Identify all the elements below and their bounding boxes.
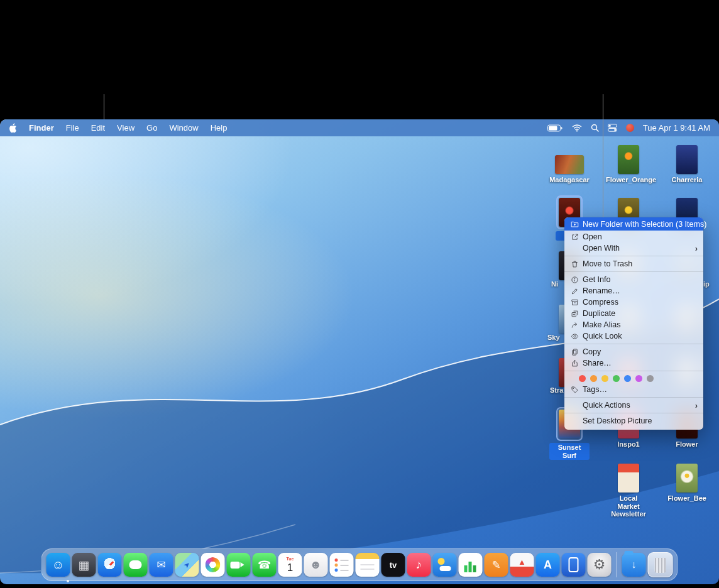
desktop-icon-label: Inspo1	[617, 440, 639, 449]
menu-item-label: Compress	[583, 298, 618, 307]
desktop-icon-label: Sunset Surf	[549, 443, 590, 460]
maps-dock-icon[interactable]	[175, 553, 199, 577]
mail-dock-icon[interactable]	[150, 553, 173, 577]
calendar-day: 1	[287, 562, 293, 573]
numbers-dock-icon[interactable]	[459, 553, 483, 577]
menu-item-make-alias[interactable]: Make Alias	[564, 319, 703, 330]
menu-help[interactable]: Help	[211, 123, 228, 133]
facetime-dock-icon[interactable]	[227, 553, 251, 577]
pages-dock-icon[interactable]	[485, 553, 508, 577]
desktop-icon-label: Flower	[676, 440, 698, 449]
menu-item-label: Open With	[583, 244, 620, 253]
tag-gray-dot[interactable]	[647, 375, 654, 382]
desktop-icon-madagascar[interactable]: Madagascar	[549, 155, 590, 184]
downloads-folder-dock-icon[interactable]	[622, 553, 646, 577]
tag-purple-dot[interactable]	[635, 375, 642, 382]
context-menu: New Folder with Selection (3 Items) Open…	[564, 217, 703, 430]
photos-dock-icon[interactable]	[201, 553, 225, 577]
desktop-icon-flower-bee[interactable]: Flower_Bee	[667, 464, 707, 503]
menu-item-duplicate[interactable]: Duplicate	[564, 308, 703, 319]
tag-green-dot[interactable]	[613, 375, 620, 382]
phone-dock-icon[interactable]	[253, 553, 277, 577]
menu-item-quick-actions[interactable]: Quick Actions	[564, 400, 703, 411]
menu-view[interactable]: View	[117, 123, 134, 133]
quick-look-icon	[570, 332, 579, 340]
menu-item-label: New Folder with Selection (3 Items)	[583, 220, 706, 229]
wifi-icon[interactable]	[572, 124, 582, 132]
menu-item-new-folder-with-selection[interactable]: New Folder with Selection (3 Items)	[564, 217, 703, 231]
notes-dock-icon[interactable]	[356, 553, 380, 577]
finder-dock-icon[interactable]	[47, 553, 70, 577]
menu-item-tags[interactable]: Tags…	[564, 384, 703, 395]
launchpad-dock-icon[interactable]	[72, 553, 96, 577]
menu-item-label: Open	[583, 232, 602, 241]
new-folder-icon	[570, 220, 579, 228]
menu-item-open-with[interactable]: Open With	[564, 242, 703, 254]
dock: Tue 1 tv A	[41, 548, 678, 581]
settings-dock-icon[interactable]	[588, 553, 612, 577]
menu-edit[interactable]: Edit	[91, 123, 105, 133]
desktop-icon-label: Madagascar	[549, 176, 590, 184]
menu-item-set-desktop-picture[interactable]: Set Desktop Picture	[564, 415, 703, 427]
flower-bee-thumbnail	[676, 464, 698, 493]
label-fragment: Stra	[550, 386, 563, 394]
spotlight-icon[interactable]	[591, 124, 599, 132]
menu-go[interactable]: Go	[146, 123, 157, 133]
iphone-mirroring-dock-icon[interactable]	[562, 553, 586, 577]
menu-item-quick-look[interactable]: Quick Look	[564, 330, 703, 342]
menu-item-share[interactable]: Share…	[564, 357, 703, 369]
compress-icon	[570, 298, 579, 307]
menu-file[interactable]: File	[66, 123, 79, 133]
menu-window[interactable]: Window	[169, 123, 198, 133]
tag-red-dot[interactable]	[579, 375, 586, 382]
tag-blue-dot[interactable]	[624, 375, 631, 382]
menu-item-label: Rename…	[583, 286, 620, 295]
desktop-icon-label: Charreria	[672, 176, 703, 184]
submenu-chevron-icon	[695, 244, 698, 253]
app-store-logo: A	[544, 558, 552, 572]
red-status-icon[interactable]	[626, 124, 634, 132]
desktop: Finder File Edit View Go Window Help	[0, 119, 719, 584]
tag-yellow-dot[interactable]	[601, 375, 608, 382]
menu-item-copy[interactable]: Copy	[564, 346, 703, 357]
dock-divider	[617, 552, 617, 577]
app-store-dock-icon[interactable]: A	[536, 553, 560, 577]
menu-item-rename[interactable]: Rename…	[564, 285, 703, 297]
rocket-app-dock-icon[interactable]	[510, 553, 534, 577]
safari-dock-icon[interactable]	[98, 553, 122, 577]
apple-tv-logo: tv	[390, 560, 397, 570]
control-center-icon[interactable]	[608, 124, 617, 132]
desktop-icon-local-market-newsletter[interactable]: Local Market Newsletter	[608, 464, 649, 518]
flower-orange-thumbnail	[618, 145, 639, 174]
menu-item-move-to-trash[interactable]: Move to Trash	[564, 258, 703, 270]
menu-item-open[interactable]: Open	[564, 231, 703, 242]
menu-separator	[564, 397, 703, 398]
label-fragment: Sky	[547, 334, 560, 341]
tag-color-row	[564, 373, 703, 384]
copy-icon	[570, 348, 579, 356]
menu-item-label: Share…	[583, 359, 612, 368]
desktop-icon-charreria[interactable]: Charreria	[667, 145, 707, 184]
apple-menu[interactable]	[9, 123, 17, 133]
reminders-dock-icon[interactable]	[330, 553, 354, 577]
battery-icon[interactable]	[547, 124, 563, 132]
menu-item-label: Copy	[583, 347, 601, 356]
tag-orange-dot[interactable]	[590, 375, 597, 382]
contacts-dock-icon[interactable]	[304, 553, 328, 577]
menu-item-label: Quick Look	[583, 332, 622, 340]
menu-item-compress[interactable]: Compress	[564, 297, 703, 308]
menu-item-label: Set Desktop Picture	[583, 416, 652, 425]
desktop-icon-flower-orange[interactable]: Flower_Orange	[608, 145, 649, 184]
music-dock-icon[interactable]	[407, 553, 431, 577]
weather-dock-icon[interactable]	[433, 553, 457, 577]
callout-line-context-menu	[603, 94, 603, 217]
menu-item-label: Move to Trash	[583, 259, 632, 268]
label-fragment: ip	[703, 280, 710, 288]
app-menu-finder[interactable]: Finder	[29, 123, 54, 133]
calendar-dock-icon[interactable]: Tue 1	[278, 553, 302, 577]
trash-dock-icon[interactable]	[648, 552, 673, 577]
menu-bar-clock[interactable]: Tue Apr 1 9:41 AM	[643, 123, 710, 133]
apple-tv-dock-icon[interactable]: tv	[381, 553, 405, 577]
menu-item-get-info[interactable]: Get Info	[564, 274, 703, 285]
messages-dock-icon[interactable]	[124, 553, 148, 577]
